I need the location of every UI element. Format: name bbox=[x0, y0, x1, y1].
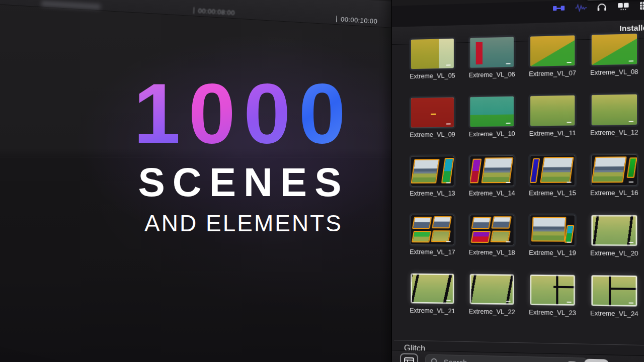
audio-meter-icon[interactable] bbox=[552, 4, 565, 13]
headline-number: 1000 bbox=[42, 71, 445, 156]
effect-card[interactable]: Extreme_VL_06 bbox=[462, 37, 522, 97]
effect-label: Extreme_VL_05 bbox=[410, 72, 455, 80]
thumb-overlay-c bbox=[470, 231, 491, 243]
effects-browser-panel: Save Effects Preset Installed Effects Ex… bbox=[391, 0, 644, 362]
headline-digit: 1 bbox=[133, 66, 188, 161]
headline-line2: AND ELEMENTS bbox=[42, 212, 445, 235]
window-pane-icon bbox=[404, 357, 414, 362]
effect-label: Extreme_VL_08 bbox=[590, 68, 638, 76]
effect-label: Extreme_VL_12 bbox=[590, 129, 638, 137]
title-card: 1000 SCENES AND ELEMENTS bbox=[42, 71, 445, 235]
timeline-ruler: 00:00:08:00 00:00:10:00 bbox=[0, 0, 432, 30]
thumb-overlay-b bbox=[540, 157, 574, 184]
thumb-overlay-b bbox=[441, 158, 454, 183]
effect-thumbnail[interactable] bbox=[592, 215, 637, 245]
effect-label: Extreme_VL_16 bbox=[590, 190, 638, 197]
effect-card[interactable]: Extreme_VL_20 bbox=[583, 215, 644, 276]
effect-thumbnail[interactable] bbox=[411, 215, 454, 245]
effect-label: Extreme_VL_14 bbox=[469, 190, 515, 197]
effect-label: Extreme_VL_22 bbox=[469, 308, 515, 316]
audio-wave-icon[interactable] bbox=[575, 3, 587, 12]
effect-thumbnail[interactable] bbox=[592, 95, 637, 125]
effect-card[interactable]: Extreme_VL_05 bbox=[403, 38, 462, 98]
effect-card[interactable]: Extreme_VL_10 bbox=[462, 97, 522, 156]
headphones-icon[interactable] bbox=[597, 3, 607, 12]
sidebar-toggle-button[interactable] bbox=[400, 353, 418, 362]
effect-label: Extreme_VL_07 bbox=[529, 69, 576, 77]
effect-card[interactable]: Extreme_VL_22 bbox=[462, 274, 522, 334]
effect-thumbnail[interactable] bbox=[592, 155, 637, 186]
headline-line1: SCENES bbox=[42, 162, 445, 203]
filmstrip-icon[interactable] bbox=[639, 1, 644, 11]
effect-label: Extreme_VL_19 bbox=[529, 249, 576, 257]
headline-digit: 0 bbox=[298, 66, 353, 161]
effect-thumbnail[interactable] bbox=[470, 37, 514, 68]
thumb-overlay-d bbox=[411, 274, 454, 303]
effect-thumbnail[interactable] bbox=[530, 215, 575, 245]
effect-card[interactable]: Extreme_VL_09 bbox=[403, 98, 462, 157]
thumb-overlay-d bbox=[470, 37, 514, 68]
effect-card[interactable]: Extreme_VL_14 bbox=[462, 156, 522, 215]
effect-thumbnail[interactable] bbox=[530, 35, 575, 66]
thumb-overlay-d bbox=[530, 96, 575, 126]
thumb-overlay-a bbox=[592, 157, 626, 183]
effect-label: Extreme_VL_18 bbox=[469, 249, 515, 256]
effect-thumbnail[interactable] bbox=[411, 274, 454, 303]
effect-card[interactable]: Extreme_VL_12 bbox=[583, 94, 644, 155]
effect-card[interactable]: Extreme_VL_15 bbox=[522, 155, 584, 215]
thumb-overlay-d bbox=[431, 230, 451, 242]
effect-thumbnail[interactable] bbox=[530, 275, 575, 306]
thumb-overlay-b bbox=[491, 216, 512, 229]
effect-card[interactable]: Extreme_VL_21 bbox=[403, 274, 462, 333]
thumb-overlay-a bbox=[471, 217, 492, 229]
effect-thumbnail[interactable] bbox=[470, 215, 514, 245]
effect-card[interactable]: Extreme_VL_24 bbox=[583, 276, 644, 337]
thumb-overlay-d bbox=[592, 215, 637, 245]
effect-label: Extreme_VL_20 bbox=[590, 249, 638, 257]
transition-icon[interactable] bbox=[617, 2, 630, 11]
effect-card[interactable]: Extreme_VL_18 bbox=[462, 215, 522, 275]
ruler-timecode: 00:00:10:00 bbox=[336, 15, 378, 25]
effect-label: Extreme_VL_17 bbox=[410, 248, 455, 256]
effect-thumbnail[interactable] bbox=[592, 34, 637, 65]
thumb-overlay-b bbox=[432, 216, 452, 229]
thumb-overlay-d bbox=[411, 98, 454, 128]
effect-thumbnail[interactable] bbox=[470, 156, 514, 186]
search-input[interactable] bbox=[443, 357, 582, 362]
effect-label: Extreme_VL_10 bbox=[469, 130, 515, 138]
effect-thumbnail[interactable] bbox=[411, 156, 454, 186]
effect-label: Extreme_VL_15 bbox=[529, 190, 576, 197]
effect-card[interactable]: Extreme_VL_23 bbox=[522, 275, 584, 336]
effect-label: Extreme_VL_11 bbox=[529, 130, 576, 137]
effect-thumbnail[interactable] bbox=[592, 276, 637, 306]
effect-thumbnail[interactable] bbox=[470, 97, 514, 127]
thumb-overlay-a bbox=[412, 217, 432, 229]
installed-effects-header: Installed Effects bbox=[619, 23, 644, 33]
ruler-tick bbox=[193, 7, 194, 14]
blurred-timecode bbox=[41, 1, 101, 10]
thumb-overlay-b bbox=[481, 158, 514, 184]
effect-card[interactable]: Extreme_VL_17 bbox=[403, 215, 462, 274]
effect-label: Extreme_VL_13 bbox=[410, 190, 455, 197]
ruler-timecode: 00:00:08:00 bbox=[193, 7, 235, 17]
effect-thumbnail[interactable] bbox=[411, 39, 454, 69]
effect-card[interactable]: Extreme_VL_16 bbox=[583, 155, 644, 216]
effect-thumbnail[interactable] bbox=[530, 96, 575, 126]
thumb-overlay-a bbox=[531, 217, 566, 242]
effect-card[interactable]: Extreme_VL_08 bbox=[583, 34, 644, 96]
effect-card[interactable]: Extreme_VL_19 bbox=[522, 215, 584, 276]
slider-handle[interactable] bbox=[584, 359, 609, 362]
effect-thumbnail[interactable] bbox=[470, 275, 514, 305]
effect-thumbnail[interactable] bbox=[530, 155, 575, 186]
thumb-overlay-d bbox=[530, 275, 575, 306]
viewer-canvas: 00:00:08:00 00:00:10:00 1000 SCENES AND … bbox=[0, 0, 393, 362]
effect-card[interactable]: Extreme_VL_13 bbox=[403, 156, 462, 215]
thumb-overlay-a bbox=[470, 158, 481, 183]
effect-thumbnail[interactable] bbox=[411, 98, 454, 128]
effect-card[interactable]: Extreme_VL_07 bbox=[522, 35, 584, 97]
effect-label: Extreme_VL_09 bbox=[410, 131, 455, 138]
search-field[interactable] bbox=[425, 354, 587, 362]
effect-card[interactable]: Extreme_VL_11 bbox=[522, 95, 584, 155]
thumb-overlay-d bbox=[470, 275, 514, 305]
ruler-tick bbox=[336, 16, 337, 22]
